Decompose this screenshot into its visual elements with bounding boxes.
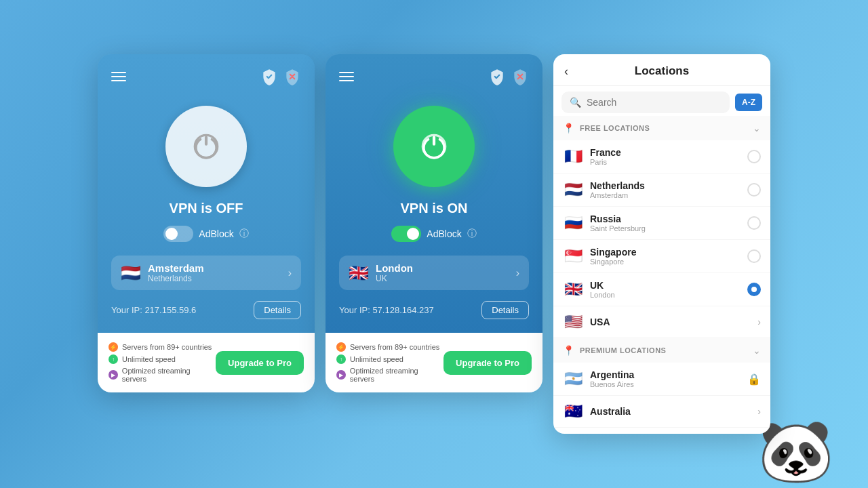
loc-info-france: France Paris [590, 147, 747, 166]
upsell-bottom-on: ⚡ Servers from 89+ countries ↑ Unlimited… [326, 333, 542, 392]
adblock-label-off: AdBlock [199, 228, 233, 239]
vpn-off-card: VPN is OFF AdBlock ⓘ 🇳🇱 Amsterdam Nether… [98, 54, 315, 392]
upsell-item-2: ↑ Unlimited speed [108, 354, 216, 364]
loc-info-singapore: Singapore Singapore [590, 247, 747, 266]
info-icon-off[interactable]: ⓘ [239, 228, 249, 240]
loc-info-uk: UK London [590, 280, 747, 299]
upsell-features-on: ⚡ Servers from 89+ countries ↑ Unlimited… [336, 342, 443, 383]
flag-usa: 🇺🇸 [563, 313, 583, 331]
dot-streaming: ▶ [108, 370, 118, 380]
radio-uk[interactable] [747, 283, 761, 296]
header-icons-on [488, 68, 529, 85]
location-info-off: Amsterdam Netherlands [148, 262, 281, 283]
radio-france[interactable] [747, 150, 761, 163]
search-bar: 🔍 [561, 92, 730, 113]
loc-info-russia: Russia Saint Petersburg [590, 214, 747, 232]
location-item-netherlands[interactable]: 🇳🇱 Netherlands Amsterdam [553, 174, 770, 207]
flag-australia: 🇦🇺 [563, 403, 583, 420]
upsell-features-off: ⚡ Servers from 89+ countries ↑ Unlimited… [108, 342, 216, 383]
dot-servers-on: ⚡ [336, 342, 346, 352]
location-item-usa[interactable]: 🇺🇸 USA › [553, 306, 770, 338]
search-input[interactable] [587, 97, 722, 108]
shield-x-icon-on [511, 68, 529, 85]
ip-row-on: Your IP: 57.128.164.237 Details [339, 301, 529, 319]
hamburger-menu-off[interactable] [111, 72, 126, 81]
back-button[interactable]: ‹ [564, 65, 568, 77]
ip-text-on: Your IP: 57.128.164.237 [339, 305, 475, 315]
location-item-australia[interactable]: 🇦🇺 Australia › [553, 396, 770, 428]
hamburger-menu-on[interactable] [339, 72, 354, 81]
location-country-on: UK [376, 274, 509, 283]
radio-singapore[interactable] [747, 249, 761, 263]
upsell-item-on-1: ⚡ Servers from 89+ countries [336, 342, 443, 352]
shield-x-icon [283, 68, 301, 85]
pin-icon-free: 📍 [563, 123, 574, 134]
dot-streaming-on: ▶ [336, 370, 346, 380]
location-row-off[interactable]: 🇳🇱 Amsterdam Netherlands › [111, 256, 301, 290]
locations-title: Locations [635, 64, 689, 78]
details-btn-off[interactable]: Details [254, 301, 301, 319]
upsell-item-1: ⚡ Servers from 89+ countries [108, 342, 216, 352]
power-icon-off [189, 129, 223, 163]
flag-nl: 🇳🇱 [121, 265, 141, 281]
info-icon-on[interactable]: ⓘ [467, 228, 477, 240]
adblock-row-off: AdBlock ⓘ [163, 226, 248, 242]
flag-argentina: 🇦🇷 [563, 370, 583, 388]
shield-check-icon [260, 68, 278, 85]
free-locations-header[interactable]: 📍 FREE LOCATIONS ⌄ [553, 116, 770, 140]
upsell-bottom-off: ⚡ Servers from 89+ countries ↑ Unlimited… [98, 333, 315, 392]
ip-text-off: Your IP: 217.155.59.6 [111, 305, 247, 315]
chevron-down-premium: ⌄ [753, 345, 761, 356]
premium-locations-title: PREMIUM LOCATIONS [580, 346, 747, 354]
search-row: 🔍 A-Z [561, 92, 762, 113]
upgrade-btn-on[interactable]: Upgrade to Pro [443, 351, 532, 375]
loc-info-netherlands: Netherlands Amsterdam [590, 180, 747, 199]
search-icon: 🔍 [570, 97, 581, 108]
location-item-argentina[interactable]: 🇦🇷 Argentina Buenos Aires 🔒 [553, 363, 770, 396]
power-button-off[interactable] [165, 106, 247, 187]
radio-netherlands[interactable] [747, 183, 761, 197]
upsell-row-on: ⚡ Servers from 89+ countries ↑ Unlimited… [336, 342, 532, 383]
adblock-toggle-off[interactable] [163, 226, 193, 242]
upsell-item-on-3: ▶ Optimized streaming servers [336, 367, 443, 383]
location-item-singapore[interactable]: 🇸🇬 Singapore Singapore [553, 240, 770, 273]
vpn-on-card: VPN is ON AdBlock ⓘ 🇬🇧 London UK › Your … [326, 54, 542, 392]
lock-icon-argentina: 🔒 [747, 373, 761, 386]
ip-row-off: Your IP: 217.155.59.6 Details [111, 301, 301, 319]
upgrade-btn-off[interactable]: Upgrade to Pro [216, 351, 304, 375]
pin-icon-premium: 📍 [563, 345, 574, 356]
location-name-on: London [376, 262, 509, 274]
location-name-off: Amsterdam [148, 262, 281, 274]
adblock-toggle-on[interactable] [391, 226, 421, 242]
dot-speed-on: ↑ [336, 354, 346, 364]
premium-locations-header[interactable]: 📍 PREMIUM LOCATIONS ⌄ [553, 338, 770, 363]
dot-speed: ↑ [108, 354, 118, 364]
location-info-on: London UK [376, 262, 509, 283]
location-item-russia[interactable]: 🇷🇺 Russia Saint Petersburg [553, 207, 770, 240]
loc-info-usa: USA [590, 317, 757, 327]
chevron-down-free: ⌄ [753, 123, 761, 134]
details-btn-on[interactable]: Details [481, 301, 529, 319]
upsell-row-off: ⚡ Servers from 89+ countries ↑ Unlimited… [108, 342, 304, 383]
location-item-uk[interactable]: 🇬🇧 UK London [553, 273, 770, 306]
az-sort-button[interactable]: A-Z [735, 94, 762, 111]
flag-uk: 🇬🇧 [349, 265, 369, 281]
dot-servers: ⚡ [108, 342, 118, 352]
location-row-on[interactable]: 🇬🇧 London UK › [339, 256, 529, 290]
header-icons-off [260, 68, 301, 85]
power-icon-on [417, 129, 451, 163]
card-header-on [339, 68, 529, 85]
flag-singapore: 🇸🇬 [563, 247, 583, 265]
radio-russia[interactable] [747, 216, 761, 230]
adblock-row-on: AdBlock ⓘ [391, 226, 476, 242]
upsell-item-3: ▶ Optimized streaming servers [108, 367, 216, 383]
location-item-france[interactable]: 🇫🇷 France Paris [553, 140, 770, 174]
chevron-right-on: › [516, 267, 519, 279]
locations-panel: ‹ Locations 🔍 A-Z 📍 FREE LOCATIONS ⌄ 🇫🇷 … [553, 54, 770, 434]
free-locations-title: FREE LOCATIONS [580, 124, 747, 132]
chevron-right-off: › [288, 267, 292, 279]
flag-france: 🇫🇷 [563, 148, 583, 165]
loc-info-argentina: Argentina Buenos Aires [590, 369, 747, 388]
location-item-austria[interactable]: 🇦🇹 Austria › [553, 428, 770, 434]
power-button-on[interactable] [393, 106, 475, 187]
